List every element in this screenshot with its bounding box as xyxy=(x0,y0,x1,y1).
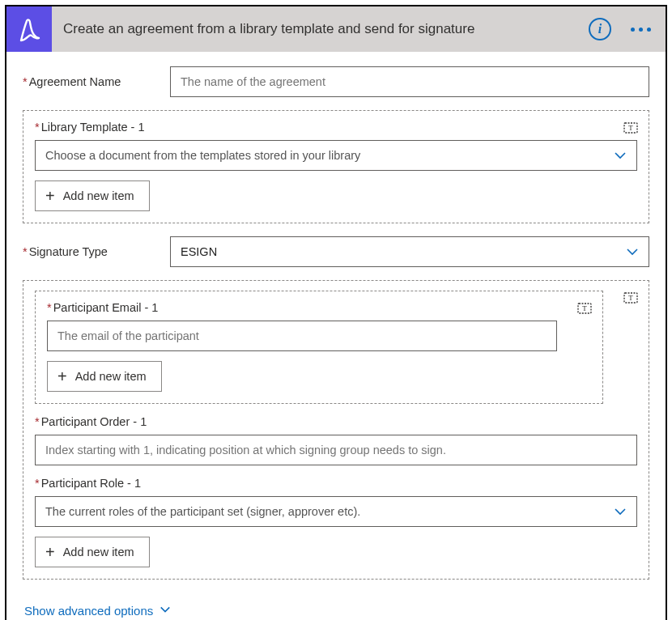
svg-text:T: T xyxy=(582,304,587,312)
svg-text:T: T xyxy=(628,124,633,132)
participant-email-add-button[interactable]: + Add new item xyxy=(47,361,162,392)
card-title: Create an agreement from a library templ… xyxy=(52,21,589,37)
plus-icon: + xyxy=(57,368,67,384)
plus-icon: + xyxy=(45,544,55,560)
signature-type-label: *Signature Type xyxy=(23,245,170,258)
array-toggle-icon[interactable]: T xyxy=(576,299,593,316)
more-menu-icon[interactable] xyxy=(626,23,656,36)
agreement-name-label: *Agreement Name xyxy=(23,75,170,88)
svg-text:T: T xyxy=(628,294,633,302)
participant-order-label: *Participant Order - 1 xyxy=(35,415,637,428)
participant-role-select[interactable]: The current roles of the participant set… xyxy=(35,496,637,527)
array-toggle-icon[interactable]: T xyxy=(623,289,639,305)
plus-icon: + xyxy=(45,188,55,204)
participant-order-block: *Participant Order - 1 xyxy=(35,415,637,465)
library-template-add-button[interactable]: + Add new item xyxy=(35,180,150,211)
info-icon[interactable]: i xyxy=(589,18,611,40)
participant-role-label: *Participant Role - 1 xyxy=(35,477,637,490)
participants-add-button[interactable]: + Add new item xyxy=(35,537,150,567)
chevron-down-icon xyxy=(159,604,171,618)
library-template-group: T *Library Template - 1 Choose a documen… xyxy=(23,110,649,223)
library-template-select[interactable]: Choose a document from the templates sto… xyxy=(35,140,637,171)
chevron-down-icon xyxy=(614,149,627,162)
card-body: *Agreement Name T *Library Template - 1 … xyxy=(6,52,666,620)
card-header: Create an agreement from a library templ… xyxy=(6,6,666,52)
signature-type-row: *Signature Type ESIGN xyxy=(23,236,649,267)
participant-role-block: *Participant Role - 1 The current roles … xyxy=(35,477,637,527)
agreement-name-row: *Agreement Name xyxy=(23,66,649,97)
participant-email-group: T *Participant Email - 1 + Add new item xyxy=(35,291,603,404)
participant-order-input[interactable] xyxy=(35,435,637,465)
agreement-name-input[interactable] xyxy=(170,66,649,97)
show-advanced-options-link[interactable]: Show advanced options xyxy=(23,601,172,620)
adobe-acrobat-icon xyxy=(6,6,52,52)
participants-group: T T *Participant Email - 1 + Add new xyxy=(23,280,649,580)
participant-email-input[interactable] xyxy=(47,321,557,351)
array-toggle-icon[interactable]: T xyxy=(623,119,639,135)
action-card: Create an agreement from a library templ… xyxy=(5,5,667,620)
participant-email-label: *Participant Email - 1 xyxy=(47,301,591,314)
library-template-label: *Library Template - 1 xyxy=(35,121,637,134)
signature-type-select[interactable]: ESIGN xyxy=(170,236,649,267)
chevron-down-icon xyxy=(626,245,639,258)
chevron-down-icon xyxy=(614,505,627,518)
